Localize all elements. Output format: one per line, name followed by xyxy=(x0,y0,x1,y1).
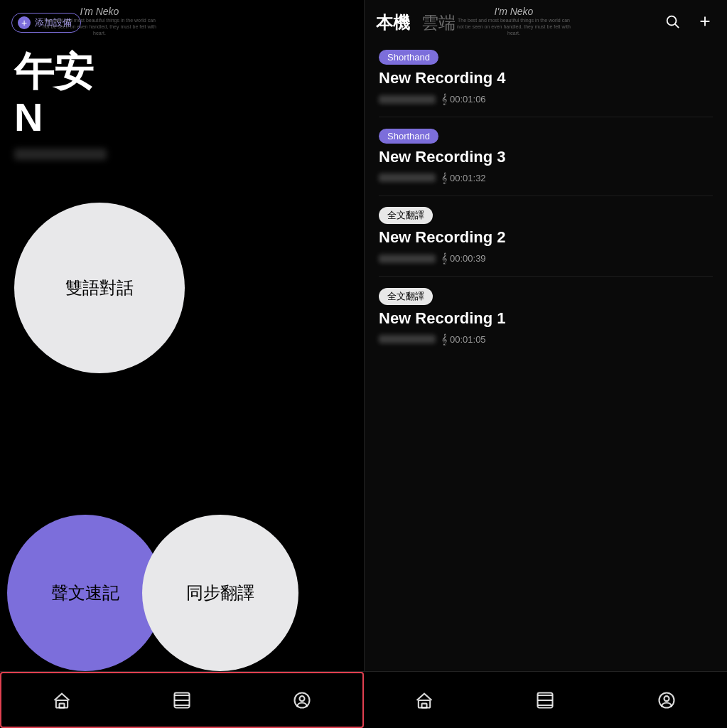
svg-point-13 xyxy=(664,696,669,701)
nav-profile-left[interactable] xyxy=(278,685,326,716)
recording-title-3: New Recording 1 xyxy=(379,309,713,328)
meta-blur-0 xyxy=(379,95,436,104)
voice-label: 聲文速記 xyxy=(51,582,119,604)
right-header-actions xyxy=(662,11,716,36)
meta-duration-3: 𝄞 00:01:05 xyxy=(441,333,486,346)
recordings-list: Shorthand New Recording 4 𝄞 00:01:06 Sho… xyxy=(365,36,727,671)
recording-item-1[interactable]: Shorthand New Recording 3 𝄞 00:01:32 xyxy=(365,120,727,193)
recording-title-2: New Recording 2 xyxy=(379,228,713,247)
nav-profile-right[interactable] xyxy=(642,685,691,716)
divider-1 xyxy=(379,196,713,196)
divider-0 xyxy=(379,117,713,117)
recording-item-3[interactable]: 全文翻譯 New Recording 1 𝄞 00:01:05 xyxy=(365,279,727,354)
search-button[interactable] xyxy=(662,11,683,36)
svg-point-8 xyxy=(300,696,305,701)
meta-duration-1: 𝄞 00:01:32 xyxy=(441,172,486,184)
recording-badge-3: 全文翻譯 xyxy=(379,288,433,305)
duration-text-1: 00:01:32 xyxy=(450,173,486,183)
sync-label: 同步翻譯 xyxy=(186,582,254,604)
bottom-nav-right xyxy=(364,672,727,728)
bilingual-circle-button[interactable]: 雙語對話 xyxy=(14,203,185,373)
bilingual-label: 雙語對話 xyxy=(65,277,134,299)
waveform-icon-0: 𝄞 xyxy=(441,93,447,105)
meta-duration-0: 𝄞 00:01:06 xyxy=(441,93,486,105)
recording-item-2[interactable]: 全文翻譯 New Recording 2 𝄞 00:00:39 xyxy=(365,198,727,273)
duration-text-0: 00:01:06 xyxy=(450,94,486,105)
right-header: 本機 雲端 I'm Neko The best and most beautif… xyxy=(365,0,727,36)
recording-badge-2: 全文翻譯 xyxy=(379,207,433,224)
tab-local[interactable]: 本機 xyxy=(376,11,410,34)
duration-text-3: 00:01:05 xyxy=(450,334,486,345)
add-device-label: 添加設備 xyxy=(35,16,72,29)
plus-icon: + xyxy=(18,16,31,29)
duration-text-2: 00:00:39 xyxy=(450,253,486,264)
meta-blur-3 xyxy=(379,335,436,343)
svg-rect-5 xyxy=(59,703,64,707)
svg-line-1 xyxy=(675,24,679,28)
svg-point-0 xyxy=(667,16,677,25)
right-panel: 本機 雲端 I'm Neko The best and most beautif… xyxy=(364,0,727,671)
tab-container: 本機 雲端 xyxy=(376,11,662,34)
greeting-initial: N xyxy=(14,94,350,140)
nav-home-left[interactable] xyxy=(38,685,86,716)
recording-meta-0: 𝄞 00:01:06 xyxy=(379,93,713,105)
recording-badge-0: Shorthand xyxy=(379,50,438,65)
bottom-nav-left xyxy=(0,672,364,728)
sync-circle-button[interactable]: 同步翻譯 xyxy=(142,515,298,671)
voice-circle-button[interactable]: 聲文速記 xyxy=(7,515,163,671)
waveform-icon-3: 𝄞 xyxy=(441,333,447,346)
waveform-icon-2: 𝄞 xyxy=(441,252,447,264)
recording-item-0[interactable]: Shorthand New Recording 4 𝄞 00:01:06 xyxy=(365,41,727,114)
recording-meta-1: 𝄞 00:01:32 xyxy=(379,172,713,184)
left-header: + 添加設備 I'm Neko The best and most beauti… xyxy=(0,0,364,36)
recording-title-1: New Recording 3 xyxy=(379,148,713,166)
recording-meta-2: 𝄞 00:00:39 xyxy=(379,252,713,264)
tab-cloud[interactable]: 雲端 xyxy=(421,11,456,34)
recording-badge-1: Shorthand xyxy=(379,129,438,144)
meta-duration-2: 𝄞 00:00:39 xyxy=(441,252,486,264)
add-device-button[interactable]: + 添加設備 xyxy=(11,13,81,33)
nav-files-left[interactable] xyxy=(158,685,206,716)
circles-section: 雙語對話 聲文速記 同步翻譯 xyxy=(0,174,364,671)
meta-blur-1 xyxy=(379,173,436,182)
user-info-blur xyxy=(14,149,107,160)
divider-2 xyxy=(379,276,713,277)
bottom-nav-container xyxy=(0,671,727,728)
greeting-text: 午安 xyxy=(14,50,350,94)
recording-title-0: New Recording 4 xyxy=(379,69,713,87)
waveform-icon-1: 𝄞 xyxy=(441,172,447,184)
greeting-section: 午安 N xyxy=(0,36,364,160)
add-recording-button[interactable] xyxy=(694,11,716,36)
nav-files-right[interactable] xyxy=(521,685,569,716)
left-panel: + 添加設備 I'm Neko The best and most beauti… xyxy=(0,0,364,671)
meta-blur-2 xyxy=(379,255,436,263)
svg-rect-10 xyxy=(422,703,427,707)
nav-home-right[interactable] xyxy=(400,685,448,716)
recording-meta-3: 𝄞 00:01:05 xyxy=(379,333,713,346)
